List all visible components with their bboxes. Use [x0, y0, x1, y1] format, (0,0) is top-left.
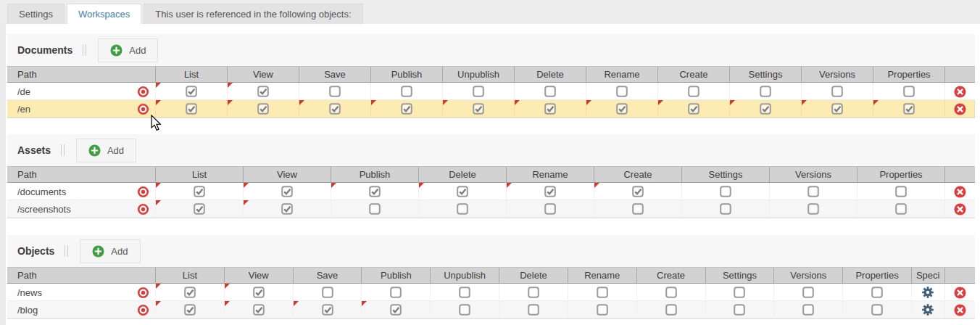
column-header-rename[interactable]: Rename	[507, 167, 594, 182]
rename-permission-cell[interactable]	[568, 284, 637, 301]
create-permission-cell[interactable]	[594, 183, 682, 200]
checkbox-unchecked[interactable]	[457, 203, 468, 215]
special-settings-cell[interactable]	[912, 284, 945, 301]
settings-permission-cell[interactable]	[730, 83, 802, 100]
path-cell[interactable]: /documents	[7, 183, 156, 200]
delete-permission-cell[interactable]	[499, 284, 568, 301]
row-delete-cell[interactable]	[945, 200, 975, 218]
settings-permission-cell[interactable]	[682, 183, 770, 200]
delete-permission-cell[interactable]	[419, 200, 507, 218]
checkbox-unchecked[interactable]	[632, 203, 644, 215]
column-header-unpublish[interactable]: Unpublish	[431, 268, 499, 283]
checkbox-unchecked[interactable]	[369, 203, 381, 215]
checkbox-unchecked[interactable]	[390, 287, 402, 298]
checkbox-unchecked[interactable]	[895, 203, 907, 215]
checkbox-checked[interactable]	[544, 103, 556, 115]
checkbox-unchecked[interactable]	[528, 287, 539, 298]
checkbox-checked[interactable]	[473, 103, 484, 115]
checkbox-checked[interactable]	[184, 287, 196, 298]
locate-icon[interactable]	[137, 304, 149, 316]
checkbox-unchecked[interactable]	[459, 304, 470, 316]
column-header-delete[interactable]: Delete	[419, 167, 507, 182]
row-delete-cell[interactable]	[945, 183, 975, 200]
view-permission-cell[interactable]	[244, 183, 331, 200]
rename-permission-cell[interactable]	[586, 83, 658, 100]
checkbox-unchecked[interactable]	[473, 86, 484, 97]
column-header-path[interactable]: Path	[7, 67, 156, 82]
checkbox-checked[interactable]	[253, 287, 265, 298]
checkbox-unchecked[interactable]	[807, 203, 819, 215]
column-header-list[interactable]: List	[156, 167, 244, 182]
row-delete-icon[interactable]	[954, 186, 966, 198]
settings-permission-cell[interactable]	[730, 100, 802, 118]
unpublish-permission-cell[interactable]	[431, 284, 499, 301]
checkbox-unchecked[interactable]	[597, 304, 608, 316]
properties-permission-cell[interactable]	[873, 83, 945, 100]
checkbox-unchecked[interactable]	[802, 304, 814, 316]
row-delete-icon[interactable]	[954, 287, 966, 299]
checkbox-unchecked[interactable]	[802, 287, 814, 298]
checkbox-checked[interactable]	[760, 103, 771, 115]
add-button[interactable]: Add	[76, 139, 136, 162]
checkbox-unchecked[interactable]	[597, 287, 608, 298]
checkbox-checked[interactable]	[281, 186, 293, 197]
settings-permission-cell[interactable]	[706, 284, 775, 301]
checkbox-unchecked[interactable]	[807, 186, 819, 197]
checkbox-unchecked[interactable]	[329, 86, 341, 97]
checkbox-unchecked[interactable]	[734, 304, 745, 316]
checkbox-checked[interactable]	[688, 103, 699, 115]
checkbox-unchecked[interactable]	[544, 86, 556, 97]
column-header-versions[interactable]: Versions	[770, 167, 858, 182]
delete-permission-cell[interactable]	[515, 83, 586, 100]
column-header-properties[interactable]: Properties	[843, 268, 912, 283]
publish-permission-cell[interactable]	[362, 301, 431, 318]
checkbox-unchecked[interactable]	[616, 86, 628, 97]
list-permission-cell[interactable]	[156, 301, 225, 318]
view-permission-cell[interactable]	[228, 100, 299, 118]
column-header-settings[interactable]: Settings	[706, 268, 775, 283]
delete-permission-cell[interactable]	[499, 301, 568, 318]
column-header-publish[interactable]: Publish	[331, 167, 419, 182]
save-permission-cell[interactable]	[299, 83, 371, 100]
versions-permission-cell[interactable]	[770, 200, 858, 218]
rename-permission-cell[interactable]	[568, 301, 637, 318]
versions-permission-cell[interactable]	[774, 301, 843, 318]
checkbox-checked[interactable]	[831, 103, 843, 115]
checkbox-unchecked[interactable]	[760, 86, 771, 97]
create-permission-cell[interactable]	[594, 200, 682, 218]
locate-icon[interactable]	[137, 86, 149, 98]
column-header-view[interactable]: View	[225, 268, 294, 283]
checkbox-checked[interactable]	[253, 304, 265, 316]
row-delete-cell[interactable]	[945, 83, 975, 100]
column-header-rename[interactable]: Rename	[586, 67, 658, 82]
delete-permission-cell[interactable]	[515, 100, 586, 118]
checkbox-checked[interactable]	[329, 103, 341, 115]
tab-user-references[interactable]: This user is referenced in the following…	[144, 4, 362, 24]
tab-workspaces[interactable]: Workspaces	[67, 4, 141, 24]
list-permission-cell[interactable]	[156, 83, 228, 100]
checkbox-unchecked[interactable]	[871, 287, 883, 298]
versions-permission-cell[interactable]	[774, 284, 843, 301]
gear-icon[interactable]	[922, 287, 934, 298]
versions-permission-cell[interactable]	[802, 100, 873, 118]
row-delete-cell[interactable]	[945, 284, 975, 301]
view-permission-cell[interactable]	[225, 301, 294, 318]
properties-permission-cell[interactable]	[873, 100, 945, 118]
checkbox-unchecked[interactable]	[665, 304, 677, 316]
column-header-save[interactable]: Save	[294, 268, 362, 283]
list-permission-cell[interactable]	[156, 183, 244, 200]
unpublish-permission-cell[interactable]	[431, 301, 499, 318]
row-delete-icon[interactable]	[954, 203, 966, 215]
column-header-properties[interactable]: Properties	[858, 167, 945, 182]
checkbox-checked[interactable]	[390, 304, 402, 316]
locate-icon[interactable]	[137, 186, 149, 198]
path-cell[interactable]: /screenshots	[7, 200, 156, 218]
checkbox-checked[interactable]	[257, 103, 269, 115]
column-header-unpublish[interactable]: Unpublish	[443, 67, 515, 82]
checkbox-unchecked[interactable]	[871, 304, 883, 316]
save-permission-cell[interactable]	[294, 301, 362, 318]
delete-permission-cell[interactable]	[419, 183, 507, 200]
add-button[interactable]: Add	[80, 239, 140, 263]
checkbox-checked[interactable]	[194, 186, 205, 197]
checkbox-unchecked[interactable]	[401, 86, 412, 97]
